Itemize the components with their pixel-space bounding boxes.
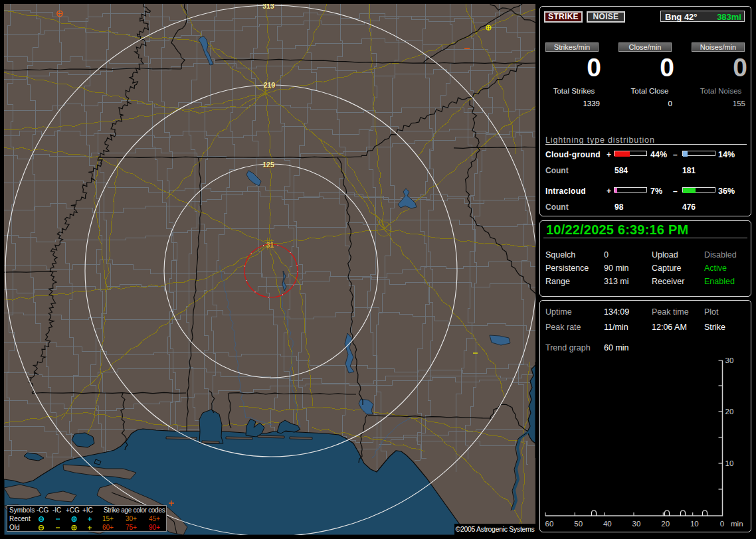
svg-text:313: 313 — [262, 4, 274, 10]
svg-text:10: 10 — [725, 459, 734, 467]
svg-text:50: 50 — [574, 520, 583, 528]
svg-text:20: 20 — [661, 520, 670, 528]
svg-text:min: min — [731, 520, 743, 528]
svg-text:125: 125 — [262, 161, 274, 169]
svg-text:219: 219 — [264, 81, 276, 89]
svg-text:20: 20 — [725, 408, 734, 416]
svg-text:40: 40 — [603, 520, 612, 528]
svg-text:10: 10 — [690, 520, 699, 528]
svg-text:31: 31 — [266, 241, 274, 249]
svg-text:0: 0 — [720, 520, 724, 528]
svg-text:60: 60 — [545, 520, 554, 528]
svg-text:30: 30 — [725, 356, 734, 364]
svg-text:30: 30 — [632, 520, 641, 528]
